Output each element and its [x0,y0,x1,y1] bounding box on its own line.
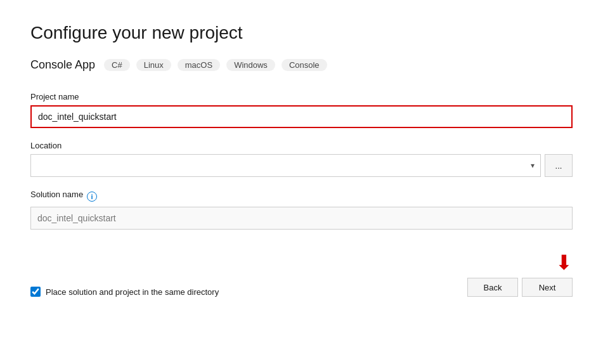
info-icon: i [87,192,97,202]
tag-csharp: C# [104,59,130,71]
bottom-row: Place solution and project in the same d… [30,252,573,297]
form-section: Project name Location ▾ ... Solution nam… [30,92,573,344]
same-directory-checkbox[interactable] [30,287,41,297]
back-button[interactable]: Back [467,278,518,297]
location-row: ▾ ... [30,154,573,177]
solution-name-label: Solution name [30,190,83,199]
checkbox-row: Place solution and project in the same d… [30,287,219,297]
tag-linux: Linux [136,59,171,71]
app-type-label: Console App [30,58,95,72]
location-select[interactable] [30,154,541,177]
next-button[interactable]: Next [522,278,573,297]
solution-name-label-row: Solution name i [30,190,573,203]
action-buttons: Back Next [467,278,573,297]
tag-macos: macOS [178,59,220,71]
project-name-input[interactable] [30,105,573,128]
location-label: Location [30,141,573,150]
footer-right: ⬇ Back Next [467,252,573,297]
arrow-down-icon: ⬇ [555,252,573,273]
browse-button[interactable]: ... [545,154,573,177]
location-group: Location ▾ ... [30,141,573,177]
same-directory-label: Place solution and project in the same d… [46,287,219,297]
project-name-group: Project name [30,92,573,128]
tag-windows: Windows [226,59,275,71]
location-select-wrapper: ▾ [30,154,541,177]
solution-name-group: Solution name i [30,190,573,230]
tag-console: Console [282,59,327,71]
page-title: Configure your new project [30,23,573,43]
app-type-row: Console App C# Linux macOS Windows Conso… [30,58,573,72]
configure-project-dialog: Configure your new project Console App C… [0,0,603,364]
project-name-label: Project name [30,92,573,101]
solution-name-input[interactable] [30,207,573,230]
